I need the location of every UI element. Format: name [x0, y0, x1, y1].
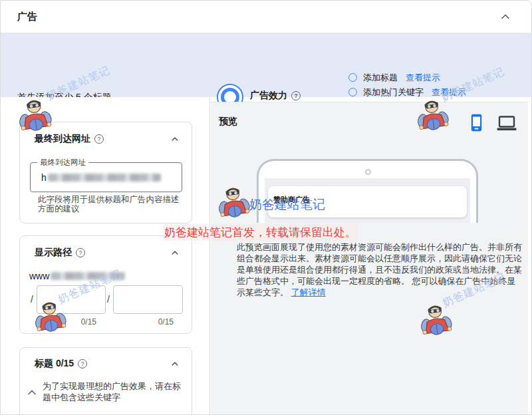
collapse-card-chevron-icon[interactable] — [169, 358, 181, 370]
view-tips-link[interactable]: 查看提示 — [432, 86, 466, 98]
final-url-input[interactable]: 最终到达网址 h — [30, 162, 182, 192]
ad-editor-panel: 广告 首先添加至少 5 个标题 广告效力 ? 未完成 添加标题 查看提示 添加热… — [0, 0, 532, 415]
display-path-card: 显示路径 ? www / / 0/15 0/15 — [19, 235, 192, 334]
path-counter-2: 0/15 — [113, 317, 174, 327]
help-icon[interactable]: ? — [94, 134, 104, 144]
final-url-card-title: 最终到达网址 — [35, 133, 90, 145]
headlines-card-title: 标题 0/15 — [35, 358, 74, 370]
collapse-card-chevron-icon[interactable] — [169, 133, 181, 145]
final-url-input-label: 最终到达网址 — [37, 158, 88, 168]
editor-column: 最终到达网址 ? 最终到达网址 h 此字段将用于提供标题和广告内容描述方面的建议 — [1, 97, 210, 415]
ad-preview-card: 赞助商广告 — [268, 186, 467, 217]
headlines-tip-text: 为了实现最理想的广告效果，请在标题中包含这些关键字 — [43, 381, 184, 403]
final-url-value-prefix: h — [41, 172, 47, 183]
preview-disclaimer: 此预览画面展现了使用您的素材资源可能会制作出什么样的广告。并非所有组合都会显示出… — [237, 241, 523, 298]
blurred-domain-text — [51, 272, 125, 280]
collapse-card-chevron-icon[interactable] — [169, 247, 181, 259]
suggestion-item: 添加热门关键字 查看提示 — [348, 86, 518, 98]
tablet-camera-icon — [365, 169, 371, 175]
device-mockup: 赞助商广告 — [257, 159, 478, 223]
suggestion-radio-icon[interactable] — [348, 88, 357, 96]
sponsored-label: 赞助商广告 — [268, 186, 467, 205]
collapse-tip-chevron-icon[interactable] — [25, 386, 39, 399]
preview-title: 预览 — [219, 116, 237, 128]
tablet-frame: 赞助商广告 — [257, 159, 478, 223]
path-counter-1: 0/15 — [37, 317, 96, 327]
blurred-url-text — [48, 174, 161, 182]
view-tips-link[interactable]: 查看提示 — [406, 72, 440, 84]
collapse-panel-chevron-icon[interactable] — [499, 10, 512, 23]
suggestion-item: 添加标题 查看提示 — [348, 72, 518, 83]
preview-panel: 预览 赞助商广告 — [211, 102, 528, 415]
path-input-1[interactable] — [37, 285, 106, 314]
help-icon[interactable]: ? — [78, 359, 87, 368]
path-separator: / — [107, 294, 110, 305]
panel-title: 广告 — [17, 11, 37, 23]
path-separator: / — [31, 294, 33, 305]
suggestion-radio-icon[interactable] — [348, 73, 357, 82]
tablet-screen: 赞助商广告 — [265, 178, 470, 223]
learn-more-link[interactable]: 了解详情 — [291, 287, 326, 297]
mobile-preview-icon[interactable] — [471, 114, 482, 132]
desktop-preview-icon[interactable] — [497, 116, 517, 131]
headlines-card: 标题 0/15 ? 为了实现最理想的广告效果，请在标题中包含这些关键字 — [19, 347, 192, 415]
final-url-helper-text: 此字段将用于提供标题和广告内容描述方面的建议 — [38, 196, 183, 213]
panel-header: 广告 — [1, 1, 531, 33]
final-url-card: 最终到达网址 ? 最终到达网址 h 此字段将用于提供标题和广告内容描述方面的建议 — [19, 122, 192, 223]
ad-strength-banner: 首先添加至少 5 个标题 广告效力 ? 未完成 添加标题 查看提示 添加热门关键… — [1, 33, 531, 97]
display-domain-prefix: www — [29, 271, 49, 281]
path-input-2[interactable] — [113, 285, 183, 314]
help-icon[interactable]: ? — [76, 248, 85, 257]
display-path-card-title: 显示路径 — [35, 247, 72, 259]
editor-body: 最终到达网址 ? 最终到达网址 h 此字段将用于提供标题和广告内容描述方面的建议 — [1, 97, 531, 415]
